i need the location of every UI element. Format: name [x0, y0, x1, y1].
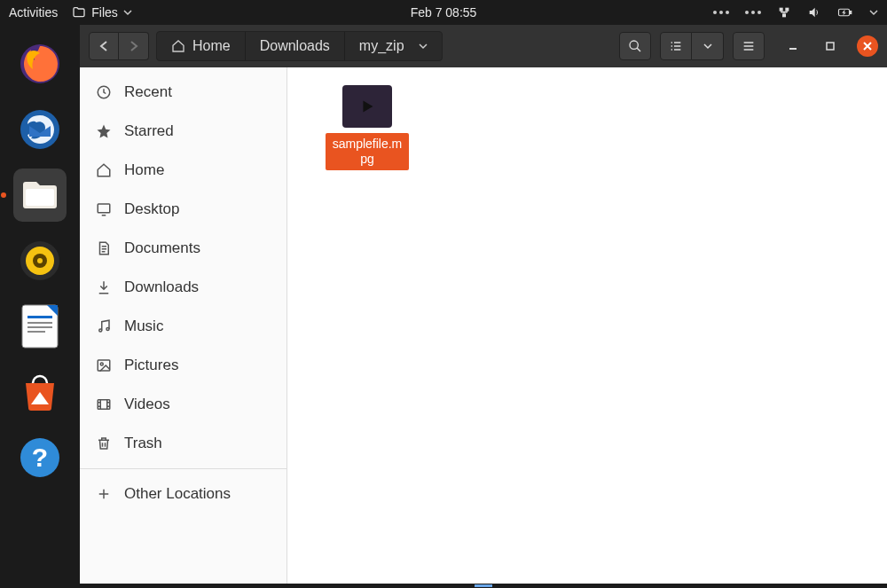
network-icon[interactable] — [777, 5, 791, 20]
dock-thunderbird[interactable] — [13, 103, 67, 156]
nav-forward-button[interactable] — [119, 32, 149, 60]
sidebar-item-label: Home — [124, 161, 164, 179]
chevron-left-icon — [98, 40, 109, 52]
sidebar-item-recent[interactable]: Recent — [80, 73, 287, 112]
path-segment-current[interactable]: my_zip — [345, 32, 442, 60]
sidebar-item-home[interactable]: Home — [80, 151, 287, 190]
window-minimize-button[interactable] — [782, 35, 804, 57]
path-bar: Home Downloads my_zip — [156, 31, 443, 61]
svg-rect-14 — [27, 322, 52, 324]
sidebar-item-documents[interactable]: Documents — [80, 229, 287, 268]
sidebar-divider — [80, 468, 287, 469]
sidebar-item-other-locations[interactable]: Other Locations — [80, 474, 287, 514]
svg-rect-13 — [27, 316, 52, 318]
svg-point-23 — [99, 329, 102, 332]
chevron-down-icon — [703, 42, 712, 51]
svg-point-11 — [37, 258, 43, 263]
file-content-area[interactable]: samplefile.mpg — [287, 67, 887, 588]
dock-help[interactable]: ? — [13, 431, 67, 484]
folder-icon — [72, 5, 86, 20]
dock-firefox[interactable] — [13, 37, 67, 90]
indicator-dots-icon[interactable] — [745, 11, 761, 14]
sidebar-item-label: Starred — [124, 122, 174, 140]
dock-libreoffice-writer[interactable] — [13, 300, 67, 353]
activities-button[interactable]: Activities — [9, 5, 58, 20]
file-name-label: samplefile.mpg — [326, 133, 409, 170]
window-close-button[interactable] — [857, 35, 878, 57]
window-maximize-button[interactable] — [820, 35, 841, 57]
desktop-icon — [96, 201, 112, 217]
path-segment-downloads[interactable]: Downloads — [246, 32, 345, 60]
sidebar-item-downloads[interactable]: Downloads — [80, 268, 287, 307]
trash-icon — [96, 435, 112, 451]
sidebar-item-pictures[interactable]: Pictures — [80, 346, 287, 385]
chevron-down-icon — [123, 8, 132, 17]
close-icon — [862, 41, 873, 51]
svg-point-24 — [106, 328, 109, 331]
sidebar-item-label: Other Locations — [124, 485, 231, 503]
files-icon — [20, 177, 60, 213]
svg-point-26 — [100, 363, 103, 365]
list-icon — [669, 39, 683, 53]
app-menu-files[interactable]: Files — [72, 5, 132, 20]
home-icon — [96, 162, 112, 178]
view-list-button[interactable] — [660, 32, 692, 60]
sidebar-item-label: Music — [124, 318, 163, 335]
path-label: Downloads — [260, 38, 330, 54]
indicator-dots-icon[interactable] — [713, 11, 729, 14]
battery-icon[interactable] — [837, 5, 853, 20]
view-options-button[interactable] — [692, 32, 724, 60]
window-titlebar: Home Downloads my_zip — [80, 25, 887, 67]
sidebar-item-label: Downloads — [124, 278, 199, 296]
svg-rect-25 — [98, 360, 110, 371]
sidebar-item-label: Documents — [124, 239, 200, 257]
downloads-icon — [96, 279, 112, 295]
sidebar-item-label: Videos — [124, 396, 170, 413]
chevron-down-icon — [419, 42, 428, 51]
play-icon — [357, 97, 377, 116]
shopping-bag-icon — [19, 371, 61, 413]
volume-icon[interactable] — [807, 5, 821, 20]
svg-point-19 — [630, 41, 638, 49]
bottom-edge — [80, 584, 887, 588]
nav-back-button[interactable] — [89, 32, 119, 60]
system-topbar: Activities Files Feb 7 08:55 — [0, 0, 887, 25]
sidebar-item-label: Recent — [124, 83, 172, 101]
nav-buttons — [89, 32, 149, 60]
topbar-clock[interactable]: Feb 7 08:55 — [411, 5, 477, 20]
dock: ? — [0, 25, 80, 588]
firefox-icon — [19, 43, 61, 85]
path-segment-home[interactable]: Home — [157, 32, 246, 60]
path-label: my_zip — [359, 38, 404, 54]
help-icon: ? — [19, 436, 61, 479]
file-item[interactable]: samplefile.mpg — [323, 85, 412, 170]
svg-text:?: ? — [32, 443, 48, 472]
sidebar-item-desktop[interactable]: Desktop — [80, 190, 287, 229]
sidebar-item-starred[interactable]: Starred — [80, 112, 287, 151]
sidebar-item-label: Desktop — [124, 200, 179, 218]
sidebar-item-videos[interactable]: Videos — [80, 385, 287, 424]
svg-rect-16 — [27, 331, 45, 333]
hamburger-menu-button[interactable] — [733, 32, 765, 60]
thunderbird-icon — [19, 108, 61, 151]
hamburger-icon — [742, 39, 756, 53]
files-window: Home Downloads my_zip — [80, 25, 887, 588]
documents-icon — [96, 240, 112, 256]
dock-rhythmbox[interactable] — [13, 234, 67, 287]
music-icon — [96, 318, 112, 334]
sidebar-item-trash[interactable]: Trash — [80, 424, 287, 463]
svg-rect-4 — [850, 12, 852, 14]
chevron-down-icon[interactable] — [869, 8, 878, 17]
svg-rect-2 — [782, 13, 786, 17]
dock-software[interactable] — [13, 365, 67, 419]
dock-files[interactable] — [13, 169, 67, 222]
search-button[interactable] — [619, 32, 651, 60]
app-menu-label: Files — [91, 5, 118, 20]
minimize-icon — [787, 40, 799, 52]
clock-icon — [96, 84, 112, 100]
chevron-right-icon — [129, 40, 139, 52]
sidebar-item-music[interactable]: Music — [80, 307, 287, 346]
sidebar-item-label: Trash — [124, 435, 162, 452]
search-icon — [628, 39, 642, 53]
videos-icon — [96, 396, 112, 412]
